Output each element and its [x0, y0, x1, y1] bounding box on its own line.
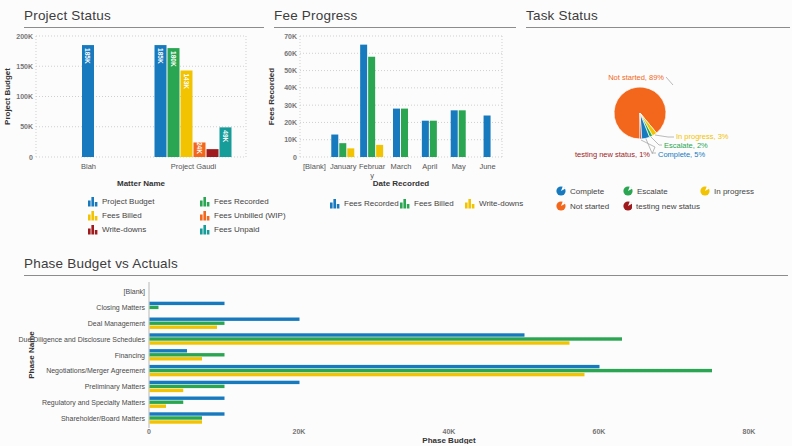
pie-label-leader — [655, 135, 674, 137]
bar-chart-icon — [88, 224, 98, 235]
y-tick-label: 10K — [284, 136, 297, 143]
bar[interactable] — [150, 401, 184, 404]
bar-chart-icon — [88, 196, 98, 207]
legend-item[interactable]: Fees Billed — [400, 198, 465, 209]
bar[interactable] — [150, 306, 159, 309]
bar[interactable] — [150, 322, 225, 325]
bar[interactable] — [150, 326, 218, 329]
bar[interactable] — [207, 149, 219, 157]
legend-item[interactable]: Not started — [556, 201, 623, 211]
legend-item[interactable]: Project Budget — [88, 196, 200, 207]
fee-progress-chart[interactable]: 010K20K30K40K50K60K70KFees Recorded[Blan… — [264, 28, 516, 192]
bar[interactable] — [339, 143, 346, 157]
bar[interactable] — [150, 385, 225, 388]
bar[interactable] — [150, 353, 225, 356]
panel-project-status: Project Status 050K100K150K200KProject B… — [0, 0, 264, 248]
bar[interactable] — [401, 109, 408, 157]
legend-item[interactable]: Fees Billed — [88, 210, 200, 221]
bar-value-label: 185K — [157, 48, 164, 64]
phase-budget-chart[interactable]: 020K40K60K80KPhase Name[Blank]Closing Ma… — [0, 276, 792, 444]
legend-item[interactable]: In progress — [700, 186, 790, 196]
x-category-label: March — [391, 162, 412, 171]
bar[interactable] — [360, 45, 367, 157]
bar[interactable] — [347, 148, 354, 157]
bar[interactable] — [150, 349, 188, 352]
y-category-label: Regulatory and Specialty Matters — [42, 399, 146, 407]
bar[interactable] — [150, 416, 203, 419]
bar[interactable] — [150, 373, 585, 376]
dashboard: { "colors": { "blue": "#187abe", "green"… — [0, 0, 792, 446]
legend-label: testing new status — [636, 202, 700, 211]
y-tick-label: 40K — [284, 84, 297, 91]
pie-chart-icon — [623, 186, 633, 196]
x-tick-label: 60K — [593, 428, 606, 435]
pie-slice-label: Escalate, 2% — [664, 141, 708, 150]
y-tick-label: 60K — [284, 50, 297, 57]
y-tick-label: 30K — [284, 102, 297, 109]
pie-slice-label: Not started, 89% — [608, 73, 664, 82]
top-row: Project Status 050K100K150K200KProject B… — [0, 0, 792, 248]
bar-value-label: 49K — [222, 130, 229, 142]
task-status-legend: Complete Escalate In progress Not starte… — [556, 186, 790, 211]
x-category-label: Blah — [81, 162, 96, 171]
bar[interactable] — [150, 333, 525, 336]
bar[interactable] — [150, 341, 570, 344]
bar[interactable] — [484, 116, 491, 157]
pie-slice-label: testing new status, 1% — [575, 150, 650, 159]
legend-item[interactable]: testing new status — [623, 201, 700, 211]
project-status-legend: Project Budget Fees Recorded Fees Billed… — [88, 196, 264, 235]
bar[interactable] — [368, 57, 375, 157]
bar[interactable] — [150, 369, 713, 372]
x-axis-title: Phase Budget — [422, 436, 476, 444]
bar[interactable] — [150, 318, 300, 321]
bar-value-label: 185K — [84, 48, 91, 64]
legend-item[interactable]: Escalate — [623, 186, 700, 196]
y-tick-label: 100K — [16, 93, 33, 100]
bar-chart-icon — [330, 198, 340, 209]
bar[interactable] — [422, 121, 429, 157]
bar[interactable] — [150, 337, 623, 340]
bar[interactable] — [150, 381, 300, 384]
bar[interactable] — [451, 110, 458, 157]
project-status-chart[interactable]: 050K100K150K200KProject BudgetBlah185KPr… — [0, 28, 264, 192]
legend-label: Fees Billed — [102, 211, 142, 220]
x-category-label: Februar — [359, 162, 386, 171]
bar[interactable] — [331, 135, 338, 157]
bar[interactable] — [150, 405, 167, 408]
bar[interactable] — [459, 110, 466, 157]
x-axis-title: Matter Name — [117, 179, 166, 188]
legend-item[interactable]: Write-downs — [88, 224, 200, 235]
bar[interactable] — [150, 420, 203, 423]
bar[interactable] — [430, 121, 437, 157]
legend-label: Not started — [570, 202, 609, 211]
bar[interactable] — [150, 389, 184, 392]
legend-label: Fees Recorded — [214, 197, 269, 206]
y-tick-label: 70K — [284, 33, 297, 40]
pie-label-leader — [666, 77, 673, 85]
legend-item[interactable]: Complete — [556, 186, 623, 196]
legend-item[interactable]: Write-downs — [465, 198, 523, 209]
bar-value-label: 24K — [196, 142, 203, 154]
fee-progress-legend: Fees Recorded Fees Billed Write-downs — [330, 198, 516, 209]
y-category-label: Financing — [115, 352, 145, 360]
y-category-label: Negotiations/Merger Agreement — [46, 367, 145, 375]
y-tick-label: 0 — [293, 154, 297, 161]
bar[interactable] — [393, 109, 400, 157]
x-tick-label: 40K — [443, 428, 456, 435]
phase-budget-title: Phase Budget vs Actuals — [24, 256, 788, 271]
y-axis-title: Fees Recorded — [267, 68, 276, 125]
bar[interactable] — [150, 302, 225, 305]
panel-fee-progress: Fee Progress 010K20K30K40K50K60K70KFees … — [264, 0, 516, 248]
y-tick-label: 20K — [284, 119, 297, 126]
bar[interactable] — [150, 357, 203, 360]
legend-item[interactable]: Fees Recorded — [330, 198, 400, 209]
bar[interactable] — [150, 412, 225, 415]
bar[interactable] — [376, 145, 383, 157]
x-tick-label: 80K — [743, 428, 756, 435]
bar-chart-icon — [200, 224, 210, 235]
bar[interactable] — [150, 365, 600, 368]
x-category-label: [Blank] — [303, 162, 326, 171]
bar[interactable] — [150, 397, 225, 400]
legend-label: Escalate — [637, 187, 668, 196]
task-status-pie-chart[interactable]: Not started, 89%In progress, 3%Escalate,… — [516, 28, 792, 178]
